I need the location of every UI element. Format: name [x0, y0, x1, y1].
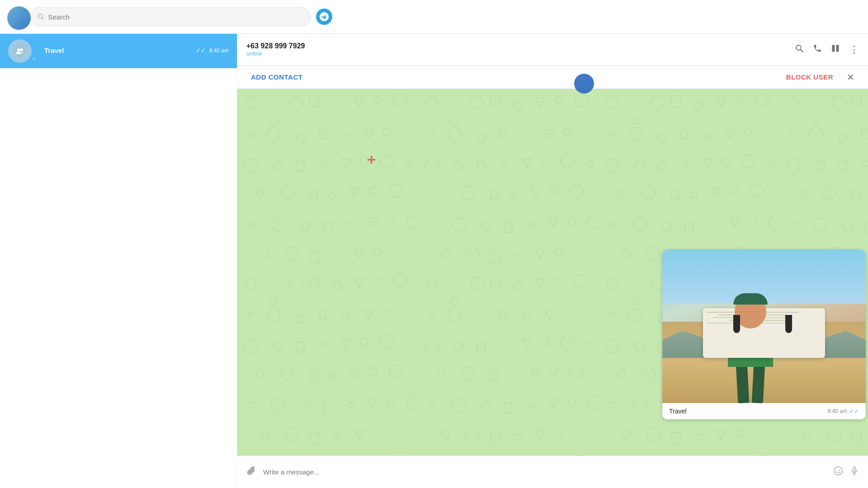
header-actions: ⋮	[795, 44, 859, 56]
avatar	[8, 39, 32, 63]
search-input[interactable]	[48, 13, 303, 21]
top-bar	[0, 0, 868, 34]
phone-icon	[813, 44, 822, 53]
message-caption: Travel 8:40 am ✓✓	[662, 403, 866, 419]
svg-point-9	[836, 469, 837, 470]
travel-photo	[662, 249, 866, 403]
close-action-bar-button[interactable]: ✕	[847, 72, 854, 83]
group-icon	[16, 47, 24, 55]
more-options-icon[interactable]: ⋮	[849, 44, 859, 56]
emoji-icon	[833, 466, 843, 476]
search-box[interactable]	[30, 7, 311, 26]
svg-rect-11	[854, 467, 856, 472]
svg-rect-6	[832, 45, 835, 52]
microphone-icon	[850, 466, 859, 475]
chat-header-row: Travel ✓✓ 8:40 am	[44, 47, 229, 54]
read-receipt-icon: ✓✓	[849, 408, 859, 415]
group-avatar-icon	[13, 44, 27, 58]
paperclip-icon	[246, 466, 256, 476]
call-icon[interactable]	[813, 44, 822, 55]
chat-background: ✛	[237, 89, 868, 455]
search-chat-icon[interactable]	[795, 44, 804, 55]
attach-button[interactable]	[246, 466, 256, 479]
svg-rect-7	[836, 45, 839, 52]
chat-header-bar: +63 928 999 7929 online ⋮	[237, 34, 868, 66]
chat-time: 8:40 am	[209, 47, 229, 54]
caption-label: Travel	[669, 408, 686, 415]
cursor-indicator	[574, 74, 594, 94]
svg-point-8	[834, 466, 842, 474]
action-bar: ADD CONTACT BLOCK USER ✕	[237, 66, 868, 89]
telegram-logo	[316, 9, 332, 25]
message-time-row: 8:40 am ✓✓	[828, 408, 859, 415]
add-contact-button[interactable]: ADD CONTACT	[251, 73, 302, 81]
sidebar: Travel ✓✓ 8:40 am	[0, 34, 237, 488]
block-user-button[interactable]: BLOCK USER	[786, 73, 833, 81]
search-icon	[795, 44, 804, 53]
mic-button[interactable]	[850, 466, 859, 478]
sticker-message	[705, 103, 832, 202]
svg-point-2	[17, 48, 20, 51]
read-receipt: ✓✓	[196, 47, 206, 54]
svg-point-3	[20, 48, 23, 51]
online-indicator	[32, 56, 37, 62]
chat-title-area: +63 928 999 7929 online	[246, 42, 305, 57]
chat-status: online	[246, 50, 305, 57]
svg-line-5	[801, 50, 803, 52]
chat-content: Travel ✓✓ 8:40 am	[44, 47, 229, 56]
svg-line-1	[42, 18, 43, 19]
svg-point-10	[839, 469, 840, 470]
message-time: 8:40 am	[828, 408, 847, 414]
travel-message-bubble: Travel 8:40 am ✓✓	[662, 249, 866, 419]
telegram-icon	[320, 12, 329, 21]
layout-icon	[831, 44, 840, 53]
svg-point-4	[796, 45, 801, 50]
emoji-button[interactable]	[833, 466, 843, 479]
plus-cursor: ✛	[367, 155, 375, 166]
chat-title: +63 928 999 7929	[246, 42, 305, 50]
main-chat: +63 928 999 7929 online ⋮	[237, 34, 868, 488]
columns-icon[interactable]	[831, 44, 840, 55]
chat-list-item[interactable]: Travel ✓✓ 8:40 am	[0, 34, 237, 68]
search-icon	[38, 13, 44, 20]
message-input-bar	[237, 455, 868, 488]
chat-name: Travel	[44, 47, 64, 54]
message-input[interactable]	[263, 463, 826, 482]
